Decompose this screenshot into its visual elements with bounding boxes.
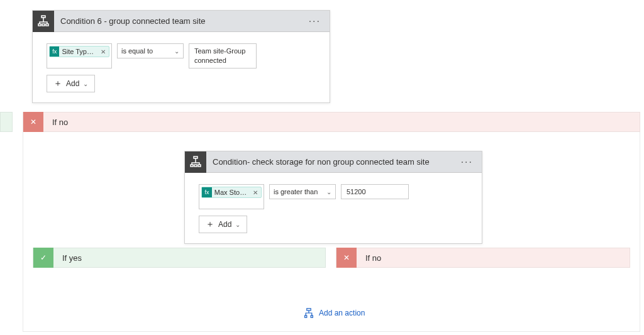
svg-rect-1 xyxy=(38,24,41,26)
branch-label: If no xyxy=(43,118,68,127)
condition2-left-operand[interactable]: fx Max Stor… ✕ xyxy=(199,184,264,209)
fx-icon: fx xyxy=(50,47,59,57)
svg-rect-9 xyxy=(305,316,307,317)
value-text: Team site-Group connected xyxy=(194,47,245,64)
condition-icon xyxy=(185,151,206,173)
condition2-value-input[interactable]: 51200 xyxy=(341,184,409,199)
add-action-label: Add an action xyxy=(319,309,365,317)
remove-pill-button[interactable]: ✕ xyxy=(251,189,260,196)
svg-rect-4 xyxy=(194,157,197,158)
operator-text: is equal to xyxy=(121,47,153,55)
svg-rect-5 xyxy=(191,165,193,167)
condition-icon xyxy=(33,11,54,32)
branch-label: If yes xyxy=(53,253,82,263)
pill-label: Site Type… xyxy=(62,48,96,55)
condition-card-2: Condition- check storage for non group c… xyxy=(184,151,482,244)
add-action-link[interactable]: Add an action xyxy=(304,308,365,318)
condition-card-1-title: Condition 6 - group connected team site xyxy=(60,16,300,26)
condition2-operator-select[interactable]: is greater than ⌄ xyxy=(269,184,336,199)
condition1-add-button[interactable]: ＋ Add ⌄ xyxy=(47,75,95,92)
check-icon: ✓ xyxy=(40,253,47,262)
operator-text: is greater than xyxy=(274,188,318,195)
svg-rect-3 xyxy=(46,24,48,26)
branch-if-yes[interactable]: ✓ If yes xyxy=(33,248,326,268)
condition1-value-input[interactable]: Team site-Group connected xyxy=(189,43,257,69)
value-text: 51200 xyxy=(347,187,366,197)
branch-if-no-nested[interactable]: ✕ If no xyxy=(336,248,630,268)
condition2-add-button[interactable]: ＋ Add ⌄ xyxy=(199,216,247,233)
x-icon-square: ✕ xyxy=(23,112,43,132)
branch-if-no-top[interactable]: ✕ If no xyxy=(23,112,640,132)
x-icon-square: ✕ xyxy=(336,248,357,268)
condition-card-1: Condition 6 - group connected team site … xyxy=(32,10,330,103)
svg-rect-10 xyxy=(311,316,313,317)
svg-rect-8 xyxy=(307,309,311,310)
add-label: Add xyxy=(218,220,231,229)
add-label: Add xyxy=(66,79,79,88)
svg-rect-2 xyxy=(42,24,45,26)
condition1-left-operand[interactable]: fx Site Type… ✕ xyxy=(47,43,112,69)
add-action-icon xyxy=(304,308,314,318)
svg-rect-0 xyxy=(42,16,45,18)
chevron-down-icon: ⌄ xyxy=(174,48,179,55)
remove-pill-button[interactable]: ✕ xyxy=(99,48,108,55)
card-2-menu-button[interactable]: ··· xyxy=(458,157,475,168)
fx-icon: fx xyxy=(202,187,212,197)
chevron-down-icon: ⌄ xyxy=(83,80,88,87)
chevron-down-icon: ⌄ xyxy=(326,189,331,195)
plus-icon: ＋ xyxy=(206,219,214,230)
condition-card-1-body: fx Site Type… ✕ is equal to ⌄ Team site-… xyxy=(33,32,330,102)
pill-label: Max Stor… xyxy=(214,189,248,196)
dynamic-content-pill-max-storage[interactable]: fx Max Stor… ✕ xyxy=(201,187,262,198)
condition-card-2-header[interactable]: Condition- check storage for non group c… xyxy=(185,151,482,173)
condition-card-2-title: Condition- check storage for non group c… xyxy=(213,157,452,167)
x-icon: ✕ xyxy=(343,253,350,262)
branch-label: If no xyxy=(357,253,381,263)
if-yes-sliver-left xyxy=(0,112,13,132)
condition-card-2-body: fx Max Stor… ✕ is greater than ⌄ 51200 ＋… xyxy=(185,173,482,243)
condition-card-1-header[interactable]: Condition 6 - group connected team site … xyxy=(33,11,330,32)
plus-icon: ＋ xyxy=(53,78,62,89)
check-icon-square: ✓ xyxy=(33,248,53,268)
x-icon: ✕ xyxy=(30,118,36,126)
svg-rect-7 xyxy=(198,165,201,167)
dynamic-content-pill-site-type[interactable]: fx Site Type… ✕ xyxy=(49,46,109,57)
condition1-operator-select[interactable]: is equal to ⌄ xyxy=(117,43,184,58)
card-1-menu-button[interactable]: ··· xyxy=(306,16,323,27)
chevron-down-icon: ⌄ xyxy=(235,221,240,228)
svg-rect-6 xyxy=(194,165,197,167)
